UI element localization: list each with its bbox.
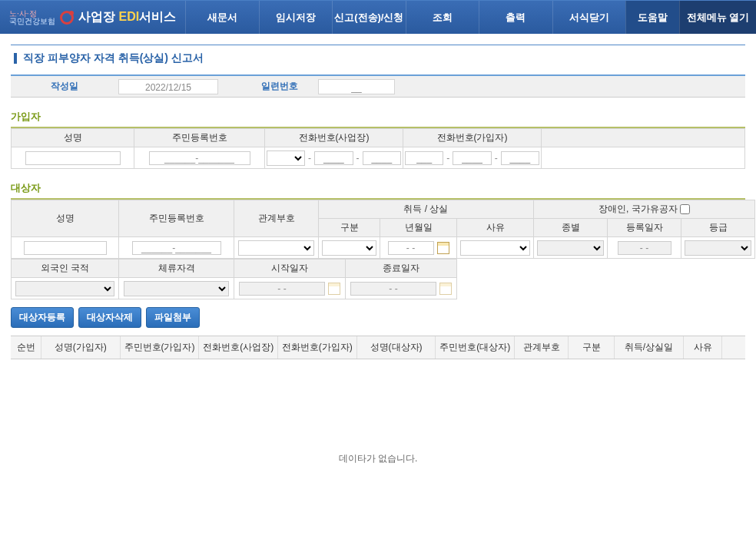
target-reason-select[interactable]	[460, 240, 529, 256]
target-name-input[interactable]	[24, 241, 107, 255]
grid-th-extra	[722, 336, 745, 359]
target-th-kind: 종별	[534, 219, 608, 237]
logo: 노·사·정 국민건강보험 사업장 EDI서비스	[0, 9, 185, 25]
subscriber-office-tel-mid[interactable]	[314, 151, 353, 165]
target-th-regdate: 등록일자	[608, 219, 681, 237]
nav-all-menu[interactable]: 전체메뉴 열기	[679, 1, 756, 34]
target-rrn-input[interactable]	[132, 241, 221, 255]
subscriber-name-input[interactable]	[25, 151, 121, 165]
top-nav: 노·사·정 국민건강보험 사업장 EDI서비스 새문서 임시저장 신고(전송)/…	[0, 0, 756, 34]
date-value: 2022/12/15	[118, 79, 218, 94]
target-th-reason: 사유	[457, 219, 534, 237]
grid-th-subname: 성명(가입자)	[41, 336, 121, 359]
target-th-grade: 등급	[681, 219, 755, 237]
nav-close-form[interactable]: 서식닫기	[552, 1, 625, 34]
target-nationality-select[interactable]	[15, 281, 114, 296]
logo-slogan: 노·사·정	[9, 10, 55, 18]
subscriber-tel-area[interactable]	[405, 151, 443, 165]
target-kind-select[interactable]	[537, 240, 603, 256]
target-th-rel: 관계부호	[234, 200, 319, 237]
calendar-icon[interactable]	[328, 283, 340, 295]
target-end-input[interactable]	[350, 282, 436, 296]
grid-th-date: 취득/상실일	[615, 336, 684, 359]
logo-icon	[60, 11, 74, 25]
nav-help[interactable]: 도움말	[625, 1, 679, 34]
logo-service: 사업장 EDI서비스	[78, 9, 176, 25]
grid-header: 순번 성명(가입자) 주민번호(가입자) 전화번호(사업장) 전화번호(가입자)…	[11, 336, 745, 359]
nav-report[interactable]: 신고(전송)/신청	[332, 1, 405, 34]
title-marker-icon	[14, 53, 17, 64]
action-bar: 대상자등록 대상자삭제 파일첨부	[11, 299, 745, 336]
section-target-header: 대상자	[11, 169, 745, 200]
subscriber-th-tel-office: 전화번호(사업장)	[265, 129, 403, 147]
section-subscriber-header: 가입자	[11, 98, 745, 128]
grid-th-subtel: 전화번호(가입자)	[278, 336, 357, 359]
disabled-checkbox[interactable]	[680, 204, 690, 214]
grid-th-tgtrrn: 주민번호(대상자)	[436, 336, 515, 359]
grid-th-reason: 사유	[684, 336, 722, 359]
target-rel-select[interactable]	[238, 240, 315, 256]
target-th-ymd: 년월일	[380, 219, 457, 237]
target-th-stay: 체류자격	[119, 260, 234, 278]
logo-org: 국민건강보험	[9, 18, 55, 25]
subscriber-th-tel-subscriber: 전화번호(가입자)	[403, 129, 542, 147]
calendar-icon[interactable]	[439, 283, 452, 295]
target-stay-select[interactable]	[124, 281, 230, 296]
calendar-icon[interactable]	[437, 242, 449, 254]
target-table-row2: 외국인 국적 체류자격 시작일자 종료일자	[11, 259, 457, 299]
subscriber-office-tel-area[interactable]	[267, 150, 305, 166]
grid-th-subrrn: 주민번호(가입자)	[121, 336, 200, 359]
nav-inquiry[interactable]: 조회	[406, 1, 479, 34]
nav-print[interactable]: 출력	[479, 1, 552, 34]
target-th-rrn: 주민등록번호	[119, 200, 234, 237]
page-title-bar: 직장 피부양자 자격 취득(상실) 신고서	[11, 45, 745, 74]
target-th-end: 종료일자	[346, 260, 457, 278]
target-table: 성명 주민등록번호 관계부호 취득 / 상실 장애인, 국가유공자 구분 년월일…	[11, 200, 755, 259]
grid-empty-text: 데이타가 없습니다.	[339, 452, 418, 465]
attach-button[interactable]: 파일첨부	[146, 307, 200, 328]
subscriber-rrn-input[interactable]	[149, 151, 250, 165]
target-regdate-input[interactable]	[618, 241, 671, 255]
subscriber-th-rrn: 주민등록번호	[134, 129, 265, 147]
target-ymd-input[interactable]	[388, 241, 434, 255]
serial-label: 일련번호	[241, 80, 318, 93]
subscriber-tel-mid[interactable]	[453, 151, 491, 165]
grid-th-offtel: 전화번호(사업장)	[199, 336, 278, 359]
subscriber-th-blank	[542, 129, 745, 147]
subscriber-table: 성명 주민등록번호 전화번호(사업장) 전화번호(가입자) - -	[11, 128, 745, 169]
target-th-start: 시작일자	[234, 260, 346, 278]
serial-value: __	[318, 79, 395, 94]
target-th-disabled: 장애인, 국가유공자	[534, 200, 755, 219]
nav-temp-save[interactable]: 임시저장	[259, 1, 332, 34]
register-button[interactable]: 대상자등록	[11, 307, 74, 328]
info-strip: 작성일 2022/12/15 일련번호 __	[11, 74, 745, 98]
page-title: 직장 피부양자 자격 취득(상실) 신고서	[23, 51, 204, 65]
grid-th-seq: 순번	[11, 336, 41, 359]
grid-th-tgtname: 성명(대상자)	[357, 336, 436, 359]
nav-new-doc[interactable]: 새문서	[185, 1, 258, 34]
grid-th-cls: 구분	[569, 336, 615, 359]
subscriber-office-tel-last[interactable]	[363, 151, 402, 165]
grid-body: 데이타가 없습니다.	[11, 359, 745, 549]
subscriber-tel-last[interactable]	[501, 151, 539, 165]
target-cls-select[interactable]	[322, 240, 376, 256]
delete-button[interactable]: 대상자삭제	[78, 307, 141, 328]
target-th-cls: 구분	[319, 219, 380, 237]
target-start-input[interactable]	[239, 282, 325, 296]
grid-th-rel: 관계부호	[515, 336, 569, 359]
subscriber-th-name: 성명	[12, 129, 134, 147]
target-grade-select[interactable]	[685, 240, 751, 256]
date-label: 작성일	[11, 80, 118, 93]
target-th-name: 성명	[12, 200, 119, 237]
target-th-acqloss: 취득 / 상실	[319, 200, 534, 219]
nav-items: 새문서 임시저장 신고(전송)/신청 조회 출력 서식닫기 도움말 전체메뉴 열…	[185, 1, 756, 34]
target-th-nationality: 외국인 국적	[12, 260, 119, 278]
